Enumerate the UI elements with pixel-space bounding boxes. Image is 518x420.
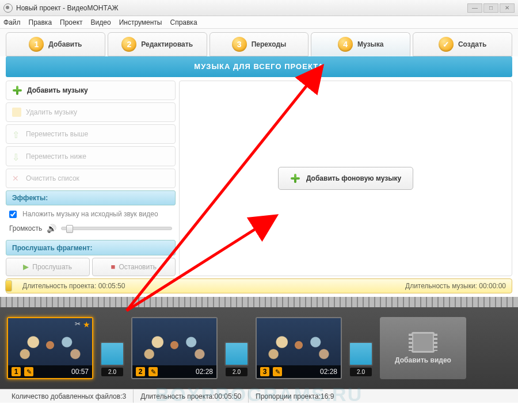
add-music-label: Добавить музыку <box>27 86 88 94</box>
add-video-button[interactable]: Добавить видео <box>380 317 466 379</box>
status-files: Количество добавленных файлов: 3 <box>5 390 134 403</box>
clip-duration: 02:28 <box>320 368 337 376</box>
overlay-music-checkbox[interactable] <box>9 211 17 218</box>
play-label: Прослушать <box>32 263 72 271</box>
pencil-icon[interactable] <box>148 367 158 376</box>
delete-music-button[interactable]: Удалить музыку <box>6 102 176 122</box>
menu-tools[interactable]: Инструменты <box>119 18 162 26</box>
status-duration: Длительность проекта: 00:05:50 <box>134 390 249 403</box>
overlay-music-label: Наложить музыку на исходный звук видео <box>22 210 158 218</box>
music-panel: Добавить фоновую музыку <box>179 81 512 276</box>
preview-header: Прослушать фрагмент: <box>6 240 176 255</box>
plus-icon <box>290 173 300 184</box>
maximize-button[interactable]: □ <box>483 3 498 13</box>
clip-number: 2 <box>136 367 145 376</box>
clear-list-button[interactable]: Очистить список <box>6 169 176 188</box>
step-check-icon <box>439 37 454 52</box>
scissors-icon[interactable]: ✂ <box>75 320 81 328</box>
volume-slider[interactable] <box>61 227 172 230</box>
tab-add-label: Добавить <box>48 40 82 48</box>
close-button[interactable]: ✕ <box>500 3 515 13</box>
tab-music[interactable]: 4Музыка <box>311 32 410 56</box>
play-button[interactable]: Прослушать <box>6 258 90 276</box>
clip-2[interactable]: 2 02:28 <box>131 317 218 379</box>
transition-2[interactable]: 2.0 <box>224 342 249 366</box>
volume-label: Громкость <box>9 224 42 232</box>
clip-info-bar: 3 02:28 <box>257 365 341 378</box>
transition-duration: 2.0 <box>101 368 123 376</box>
window-controls: — □ ✕ <box>467 3 515 13</box>
plus-icon <box>12 85 22 96</box>
tab-create-label: Создать <box>458 40 486 48</box>
add-bg-music-label: Добавить фоновую музыку <box>306 174 401 182</box>
add-music-button[interactable]: Добавить музыку <box>6 81 176 100</box>
menu-project[interactable]: Проект <box>60 18 83 26</box>
status-aspect: Пропорции проекта: 16:9 <box>249 390 341 403</box>
overlay-music-row: Наложить музыку на исходный звук видео <box>6 208 176 220</box>
volume-row: Громкость <box>6 220 176 240</box>
preview-controls: Прослушать Остановить <box>6 258 176 276</box>
star-icon: ★ <box>83 320 90 329</box>
pencil-icon[interactable] <box>273 367 282 376</box>
tab-transitions[interactable]: 3Переходы <box>210 32 309 56</box>
delete-icon <box>12 108 21 117</box>
stop-icon <box>111 262 116 271</box>
arrow-up-icon <box>12 129 21 139</box>
clip-1[interactable]: ✂ ★ 1 00:57 <box>7 317 93 379</box>
speaker-icon <box>47 224 56 233</box>
x-icon <box>12 174 21 183</box>
stop-label: Остановить <box>119 263 157 271</box>
tab-edit-label: Редактировать <box>141 40 193 48</box>
tab-create[interactable]: Создать <box>413 32 512 56</box>
duration-handle[interactable] <box>5 280 12 292</box>
sidebar: Добавить музыку Удалить музыку Перемести… <box>6 81 176 276</box>
step-tabs: 1Добавить 2Редактировать 3Переходы 4Музы… <box>0 29 518 56</box>
menu-help[interactable]: Справка <box>170 18 197 26</box>
menu-video[interactable]: Видео <box>91 18 111 26</box>
tab-transitions-label: Переходы <box>252 40 287 48</box>
tab-edit[interactable]: 2Редактировать <box>108 32 207 56</box>
music-duration: Длительность музыки: 00:00:00 <box>405 282 506 290</box>
app-icon <box>3 3 13 13</box>
timeline: ✂ ★ 1 00:57 2.0 2 02:28 2.0 3 02:28 2.0 … <box>0 297 518 389</box>
transition-3[interactable]: 2.0 <box>349 342 373 366</box>
step-2-icon: 2 <box>121 37 136 52</box>
clip-info-bar: 1 00:57 <box>8 365 92 378</box>
project-duration: Длительность проекта: 00:05:50 <box>22 282 125 290</box>
clear-list-label: Очистить список <box>26 174 79 182</box>
stop-button[interactable]: Остановить <box>92 258 176 276</box>
window-title: Новый проект - ВидеоМОНТАЖ <box>16 4 119 12</box>
tab-music-label: Музыка <box>357 40 383 48</box>
transition-duration: 2.0 <box>226 368 247 376</box>
play-icon <box>23 262 29 271</box>
add-bg-music-button[interactable]: Добавить фоновую музыку <box>278 167 413 190</box>
clip-number: 3 <box>260 367 269 376</box>
pencil-icon[interactable] <box>24 367 33 376</box>
clip-3[interactable]: 3 02:28 <box>256 317 342 379</box>
delete-music-label: Удалить музыку <box>26 108 77 116</box>
titlebar: Новый проект - ВидеоМОНТАЖ — □ ✕ <box>0 0 518 16</box>
effects-header: Эффекты: <box>6 190 176 206</box>
minimize-button[interactable]: — <box>467 3 482 13</box>
clip-info-bar: 2 02:28 <box>132 365 216 378</box>
clip-duration: 02:28 <box>196 368 213 376</box>
tab-add[interactable]: 1Добавить <box>6 32 105 56</box>
transition-1[interactable]: 2.0 <box>100 342 124 366</box>
step-4-icon: 4 <box>338 37 353 52</box>
film-icon <box>412 332 435 353</box>
move-down-button[interactable]: Переместить ниже <box>6 146 176 166</box>
arrow-down-icon <box>12 152 21 161</box>
menu-file[interactable]: Файл <box>3 18 21 26</box>
clip-number: 1 <box>12 367 21 376</box>
statusbar: Количество добавленных файлов: 3 Длитель… <box>0 389 518 403</box>
menubar: Файл Правка Проект Видео Инструменты Спр… <box>0 16 518 29</box>
move-up-label: Переместить выше <box>26 130 88 138</box>
workarea: Добавить музыку Удалить музыку Перемести… <box>6 81 512 276</box>
duration-bar: Длительность проекта: 00:05:50 Длительно… <box>6 278 512 293</box>
add-video-label: Добавить видео <box>395 356 451 364</box>
menu-edit[interactable]: Правка <box>29 18 52 26</box>
step-3-icon: 3 <box>232 37 247 52</box>
transition-duration: 2.0 <box>350 368 372 376</box>
move-up-button[interactable]: Переместить выше <box>6 124 176 144</box>
slider-thumb[interactable] <box>66 225 73 233</box>
